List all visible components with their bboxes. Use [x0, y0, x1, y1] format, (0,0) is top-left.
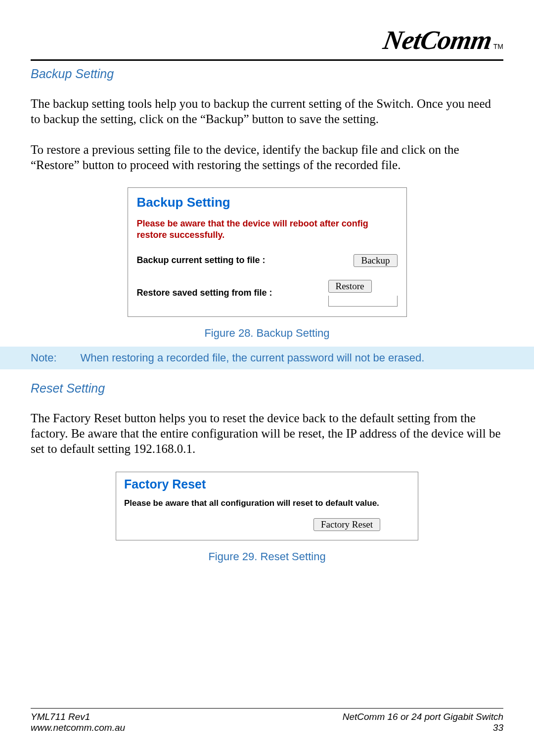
note-text: When restoring a recorded file, the curr… — [81, 352, 503, 364]
factory-reset-button[interactable]: Factory Reset — [313, 518, 380, 531]
note-label: Note: — [31, 352, 57, 364]
reset-paragraph: The Factory Reset button helps you to re… — [31, 410, 503, 457]
note-box: Note: When restoring a recorded file, th… — [0, 347, 534, 369]
reset-setting-heading: Reset Setting — [31, 381, 503, 396]
footer-product: NetComm 16 or 24 port Gigabit Switch — [343, 712, 503, 722]
page-header: NetComm TM — [31, 25, 503, 55]
netcomm-logo: NetComm — [381, 25, 494, 55]
backup-paragraph-1: The backup setting tools help you to bac… — [31, 96, 503, 127]
factory-reset-panel: Factory Reset Please be aware that all c… — [116, 472, 418, 540]
figure-28-caption: Figure 28. Backup Setting — [31, 327, 503, 340]
figure-29-caption: Figure 29. Reset Setting — [31, 550, 503, 563]
panel-reboot-warning: Please be aware that the device will reb… — [137, 218, 398, 241]
panel-title: Backup Setting — [137, 195, 398, 210]
restore-file-input[interactable] — [328, 296, 398, 307]
backup-setting-heading: Backup Setting — [31, 67, 503, 81]
footer-doc-id: YML711 Rev1 — [31, 712, 125, 722]
trademark-symbol: TM — [493, 43, 503, 50]
backup-button[interactable]: Backup — [354, 254, 397, 267]
page-footer: YML711 Rev1 www.netcomm.com.au NetComm 1… — [31, 708, 503, 733]
restore-from-file-label: Restore saved setting from file : — [137, 288, 272, 298]
panel-title: Factory Reset — [124, 477, 410, 491]
backup-setting-panel: Backup Setting Please be aware that the … — [128, 187, 407, 317]
footer-divider — [31, 708, 503, 709]
footer-page-number: 33 — [343, 722, 503, 733]
restore-button[interactable]: Restore — [328, 280, 372, 293]
panel-reset-warning: Please be aware that all configuration w… — [124, 498, 410, 508]
backup-to-file-label: Backup current setting to file : — [137, 255, 266, 266]
footer-url: www.netcomm.com.au — [31, 722, 125, 733]
header-divider — [31, 59, 503, 61]
backup-paragraph-2: To restore a previous setting file to th… — [31, 142, 503, 173]
